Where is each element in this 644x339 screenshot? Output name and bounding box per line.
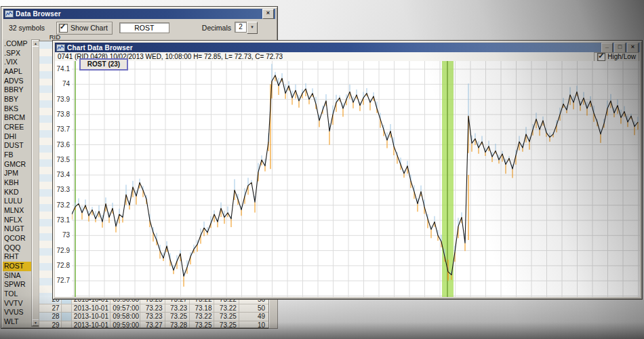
symbol-list-item[interactable]: ADVS	[3, 77, 31, 86]
symbol-input[interactable]: ROST	[119, 22, 169, 33]
table-cell: 2013-10-01	[72, 313, 110, 321]
table-cell: 10	[239, 321, 268, 328]
symbol-list-item[interactable]: DUST	[3, 141, 31, 151]
table-cell: 73.22	[190, 313, 214, 321]
symbol-list-item[interactable]: ROST	[3, 262, 31, 271]
price-chart-svg[interactable]	[72, 61, 640, 297]
show-chart-label: Show Chart	[71, 24, 108, 32]
y-axis-tick-label: 74	[55, 80, 70, 87]
y-axis-tick-label: 73.9	[55, 96, 70, 103]
y-axis-tick-label: 73.1	[55, 216, 70, 224]
table-cell: 73.25	[165, 313, 190, 321]
table-cell: 09:59:00	[110, 321, 140, 328]
symbol-list-item[interactable]: BKS	[3, 104, 31, 114]
y-axis-tick-label: 72.8	[55, 262, 70, 269]
show-chart-checkbox[interactable]: ✓	[59, 24, 68, 33]
chart-window-title: Chart Data Browser	[67, 44, 600, 52]
symbol-list-item[interactable]: JPM	[3, 169, 31, 178]
chart-window-titlebar[interactable]: Chart Data Browser _ □ ×	[55, 43, 640, 52]
highlow-checkbox[interactable]: ✓	[597, 53, 605, 61]
table-scrollbar[interactable]	[268, 296, 278, 329]
y-axis-tick-label: 73.7	[55, 125, 70, 133]
chart-region: 74.17473.973.873.773.673.573.473.373.273…	[55, 61, 640, 297]
symbol-list-item[interactable]: RHT	[3, 252, 31, 262]
y-axis-tick-label: 73.6	[55, 141, 70, 148]
symbol-list-item[interactable]: KBH	[3, 178, 31, 188]
y-axis-tick-label: 74.1	[55, 65, 70, 73]
table-cell: 28	[39, 313, 62, 321]
y-axis-tick-label: 73.8	[55, 111, 70, 118]
y-axis-tick-label: 73.3	[55, 186, 70, 193]
decimals-value[interactable]: 2	[235, 22, 247, 33]
decimals-label: Decimals	[202, 24, 231, 32]
table-cell: 73.25	[214, 313, 239, 321]
symbol-list-item[interactable]: BBY	[3, 95, 31, 104]
data-browser-titlebar[interactable]: Data Browser ×	[3, 9, 275, 19]
symbol-list-item[interactable]: BBRY	[3, 85, 31, 95]
table-cell: 73.25	[214, 321, 239, 328]
table-cell: 73.28	[165, 321, 190, 328]
symbol-list-item[interactable]: VVUS	[3, 308, 31, 317]
symbol-list-item[interactable]: SPWR	[3, 280, 31, 290]
symbol-list-item[interactable]: MLNX	[3, 206, 31, 216]
y-axis-tick-label: 73	[55, 231, 70, 239]
table-cell: 73.22	[214, 304, 239, 313]
app-chart-icon	[5, 10, 14, 18]
maximize-icon[interactable]: □	[614, 43, 626, 53]
symbol-list-item[interactable]: TOL	[3, 290, 31, 299]
close-icon[interactable]: ×	[627, 43, 639, 53]
table-cell: 49	[239, 313, 268, 321]
symbol-list-item[interactable]: LULU	[3, 197, 31, 206]
symbol-list-item[interactable]: CREE	[3, 123, 31, 132]
table-cell: 73.23	[140, 304, 165, 313]
app-chart-icon	[56, 44, 65, 52]
y-axis-tick-label: 72.9	[55, 247, 70, 254]
chevron-down-icon[interactable]: ▼	[247, 22, 258, 34]
symbol-list-item[interactable]: AAPL	[3, 67, 31, 77]
show-chart-toggle[interactable]: ✓ Show Chart	[56, 22, 113, 35]
table-row[interactable]: 292013-10-0109:59:0073.2773.2873.2573.25…	[39, 321, 268, 328]
table-cell: 27	[39, 304, 62, 313]
y-axis-tick-label: 73.4	[55, 171, 70, 178]
price-plot[interactable]	[72, 61, 640, 297]
close-icon[interactable]: ×	[262, 9, 274, 19]
highlow-label: High/Low	[607, 53, 636, 60]
y-axis-tick-label: 73.5	[55, 156, 70, 163]
symbol-list-item[interactable]: FB	[3, 151, 31, 160]
table-cell: 29	[39, 321, 62, 328]
symbols-count-label: 32 symbols	[9, 24, 56, 32]
table-cell: 2013-10-01	[72, 321, 110, 328]
highlow-toggle[interactable]: ✓ High/Low	[594, 52, 639, 62]
data-browser-title: Data Browser	[16, 10, 261, 18]
table-cell	[62, 304, 72, 313]
symbol-list-item[interactable]: BRCM	[3, 113, 31, 123]
series-label-badge[interactable]: ROST (23)	[79, 58, 128, 71]
symbol-list-item[interactable]: WLT	[3, 317, 31, 327]
symbol-list-item[interactable]: .VIX	[3, 58, 31, 67]
symbol-list-item[interactable]: DHI	[3, 132, 31, 142]
table-cell: 73.18	[190, 304, 214, 313]
table-cell: 09:58:00	[110, 313, 140, 321]
symbol-list-item[interactable]: QQQ	[3, 243, 31, 253]
symbol-list-item[interactable]: QCOR	[3, 234, 31, 243]
symbol-list-item[interactable]: .SPX	[3, 49, 31, 58]
table-row[interactable]: 272013-10-0109:57:0073.2373.2373.1873.22…	[39, 304, 268, 313]
symbol-list-item[interactable]: NUGT	[3, 224, 31, 234]
symbol-list-item[interactable]: NFLX	[3, 216, 31, 225]
table-cell: 09:57:00	[110, 304, 140, 313]
y-axis-tick-label: 73.2	[55, 201, 70, 209]
table-cell: 73.23	[165, 304, 190, 313]
symbol-list-item[interactable]: KKD	[3, 188, 31, 197]
table-cell: 73.25	[190, 321, 214, 328]
table-cell: 2013-10-01	[72, 304, 110, 313]
symbol-list-item[interactable]: VVTV	[3, 299, 31, 308]
symbol-list-item[interactable]: SINA	[3, 271, 31, 281]
quote-info-bar: 0741 (RID 0428) 10/02/2013 WED, 10:08:00…	[55, 52, 640, 62]
table-cell	[62, 321, 72, 328]
table-cell: 73.23	[140, 313, 165, 321]
decimals-dropdown[interactable]: 2 ▼	[235, 22, 258, 34]
symbol-list-item[interactable]: GMCR	[3, 160, 31, 170]
data-table: 262013-10-0109:56:0073.2373.2773.2273.22…	[39, 296, 268, 327]
table-row[interactable]: 282013-10-0109:58:0073.2373.2573.2273.25…	[39, 313, 268, 321]
symbol-list-item[interactable]: .COMP	[3, 39, 31, 49]
